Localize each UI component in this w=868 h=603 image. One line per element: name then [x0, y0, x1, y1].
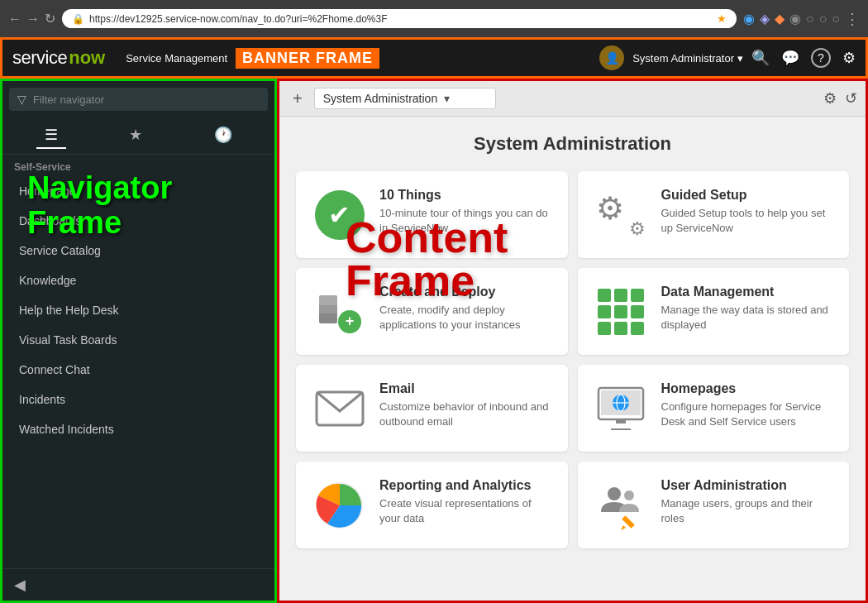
nav-item-homepage[interactable]: Homepage — [2, 176, 274, 206]
email-envelope-icon — [315, 388, 365, 429]
configure-icon[interactable]: ⚙ — [823, 89, 837, 108]
svg-rect-20 — [616, 419, 626, 424]
content-title: System Administration — [296, 133, 849, 155]
card-content-homepages: Homepages Configure homepages for Servic… — [661, 381, 833, 429]
toolbar-right-icons: ⚙ ↺ — [823, 89, 857, 108]
card-reporting[interactable]: Reporting and Analytics Create visual re… — [296, 462, 568, 548]
user-avatar: 👤 — [599, 45, 624, 70]
card-desc-reporting: Create visual representations of your da… — [379, 496, 551, 526]
card-content-ten-things: 10 Things 10-minute tour of things you c… — [379, 188, 551, 236]
card-icon-homepages — [594, 381, 648, 435]
tab-selector[interactable]: System Administration ▾ — [314, 88, 496, 109]
card-email[interactable]: Email Customize behavior of inbound and … — [296, 365, 568, 452]
card-create-deploy[interactable]: + Create and Deploy Create, modify and d… — [296, 268, 568, 355]
reload-icon[interactable]: ↺ — [845, 89, 857, 108]
user-dropdown-arrow: ▾ — [737, 52, 743, 65]
filter-navigator-input[interactable] — [33, 93, 260, 106]
nav-tab-favorites[interactable]: ★ — [121, 122, 150, 149]
card-icon-reporting — [312, 478, 366, 532]
card-content-data-management: Data Management Manage the way data is s… — [661, 285, 833, 333]
card-data-management[interactable]: Data Management Manage the way data is s… — [578, 268, 850, 355]
cards-grid: ✔ 10 Things 10-minute tour of things you… — [296, 171, 849, 548]
settings-icon[interactable]: ⚙ — [842, 49, 856, 67]
svg-rect-10 — [631, 305, 644, 318]
svg-rect-13 — [631, 322, 644, 335]
card-icon-data-management — [594, 285, 648, 338]
browser-nav-buttons[interactable]: ← → ↻ — [8, 11, 55, 26]
svg-marker-26 — [621, 525, 626, 530]
nav-item-help-desk[interactable]: Help the Help Desk — [2, 295, 274, 325]
address-bar[interactable]: 🔒 https://dev12925.service-now.com/nav_t… — [62, 9, 737, 28]
card-desc-data-management: Manage the way data is stored and displa… — [661, 303, 833, 333]
nav-item-watched-incidents[interactable]: Watched Incidents — [2, 414, 274, 444]
nav-search-bar[interactable]: ▽ — [9, 88, 268, 111]
nav-item-connect-chat[interactable]: Connect Chat — [2, 355, 274, 385]
card-ten-things[interactable]: ✔ 10 Things 10-minute tour of things you… — [296, 171, 568, 258]
browser-extension-icons: ◉ ◈ ◆ ◉ ○ ○ ○ ⋮ — [743, 10, 860, 28]
card-icon-email — [312, 381, 366, 435]
card-icon-create-deploy: + — [312, 285, 366, 338]
card-content-email: Email Customize behavior of inbound and … — [379, 381, 551, 429]
data-blocks-icon — [596, 287, 646, 337]
user-name[interactable]: System Administrator ▾ — [632, 52, 743, 65]
nav-item-incidents[interactable]: Incidents — [2, 385, 274, 414]
card-desc-homepages: Configure homepages for Service Desk and… — [661, 400, 833, 429]
service-management-text: Service Management — [126, 52, 227, 65]
card-icon-user-admin — [594, 478, 648, 532]
card-content-user-admin: User Administration Manage users, groups… — [661, 478, 833, 526]
svg-point-23 — [608, 487, 621, 500]
main-layout: ▽ ☰ ★ 🕐 Navigator Frame Self-Service Hom… — [0, 79, 868, 603]
nav-item-knowledge[interactable]: Knowledge — [2, 266, 274, 295]
refresh-button[interactable]: ↻ — [45, 11, 55, 26]
card-title-reporting: Reporting and Analytics — [379, 478, 551, 493]
card-title-data-management: Data Management — [661, 285, 833, 299]
card-icon-ten-things: ✔ — [312, 188, 366, 242]
content-main: System Administration Content Frame ✔ 10… — [279, 117, 866, 601]
ext-icon-1: ◉ — [743, 11, 755, 26]
card-title-homepages: Homepages — [661, 381, 833, 396]
banner-frame-area: Service Management BANNER FRAME — [113, 48, 591, 69]
add-tab-button[interactable]: + — [288, 89, 308, 108]
nav-tab-all[interactable]: ☰ — [36, 122, 66, 149]
nav-back-button[interactable]: ◀ — [2, 568, 274, 601]
banner-frame-label: BANNER FRAME — [236, 48, 379, 69]
svg-rect-0 — [319, 312, 337, 323]
nav-item-dashboards[interactable]: Dashboards — [2, 206, 274, 236]
create-deploy-icon: + — [315, 287, 365, 337]
back-button[interactable]: ← — [8, 12, 21, 26]
nav-item-visual-task-boards[interactable]: Visual Task Boards — [2, 325, 274, 355]
search-icon[interactable]: 🔍 — [751, 49, 770, 67]
filter-icon: ▽ — [17, 93, 26, 106]
card-content-guided-setup: Guided Setup Guided Setup tools to help … — [661, 188, 833, 236]
card-desc-ten-things: 10-minute tour of things you can do in S… — [379, 206, 551, 236]
card-guided-setup[interactable]: ⚙ ⚙ Guided Setup Guided Setup tools to h… — [578, 171, 850, 258]
help-icon[interactable]: ? — [811, 48, 831, 68]
gears-icon: ⚙ ⚙ — [596, 190, 646, 240]
svg-rect-2 — [319, 295, 337, 305]
nav-tab-history[interactable]: 🕐 — [206, 122, 241, 149]
nav-section-self-service: Self-Service — [2, 155, 274, 176]
chat-icon[interactable]: 💬 — [781, 49, 799, 67]
card-homepages[interactable]: Homepages Configure homepages for Servic… — [578, 365, 850, 452]
sn-header: servicenow Service Management BANNER FRA… — [0, 37, 868, 79]
nav-item-service-catalog[interactable]: Service Catalog — [2, 236, 274, 266]
svg-rect-9 — [614, 305, 627, 318]
card-title-guided-setup: Guided Setup — [661, 188, 833, 203]
svg-point-24 — [624, 491, 634, 500]
nav-tabs: ☰ ★ 🕐 — [2, 117, 274, 155]
homepages-monitor-icon — [596, 384, 646, 433]
ext-icon-2: ◈ — [760, 11, 770, 26]
card-desc-guided-setup: Guided Setup tools to help you set up Se… — [661, 206, 833, 236]
url-text: https://dev12925.service-now.com/nav_to.… — [89, 13, 388, 25]
card-user-admin[interactable]: User Administration Manage users, groups… — [578, 462, 850, 548]
card-title-user-admin: User Administration — [661, 478, 833, 493]
svg-rect-8 — [598, 305, 611, 318]
tab-label: System Administration — [323, 92, 438, 105]
forward-button[interactable]: → — [26, 12, 40, 26]
logo-service-text: service — [12, 47, 67, 69]
card-icon-guided-setup: ⚙ ⚙ — [594, 188, 648, 242]
browser-menu[interactable]: ⋮ — [845, 10, 860, 28]
card-title-email: Email — [379, 381, 551, 396]
svg-rect-11 — [598, 322, 611, 335]
svg-text:+: + — [345, 313, 354, 329]
